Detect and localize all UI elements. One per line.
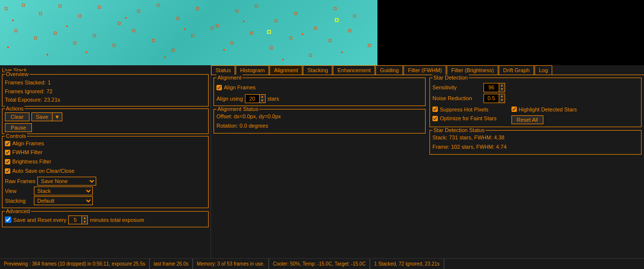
sensitivity-up-arrow[interactable]: ▲: [499, 83, 505, 87]
svg-rect-11: [216, 25, 218, 27]
fwhm-filter-checkbox[interactable]: [5, 150, 10, 155]
tab-status[interactable]: Status: [211, 65, 235, 75]
auto-save-checkbox-row: Auto Save on Clear/Close: [5, 166, 206, 176]
svg-rect-32: [270, 47, 272, 49]
reset-all-button[interactable]: Reset All: [511, 115, 543, 124]
pause-button-row: Pause: [5, 123, 206, 132]
align-using-value[interactable]: [245, 95, 259, 103]
save-reset-up-arrow[interactable]: ▲: [82, 216, 87, 220]
svg-rect-29: [211, 27, 214, 29]
optimize-faint-label: Optimize for Faint Stars: [440, 114, 497, 123]
svg-rect-21: [54, 32, 56, 34]
align-using-down-arrow[interactable]: ▼: [260, 99, 265, 103]
svg-rect-17: [334, 7, 336, 10]
svg-rect-9: [177, 17, 179, 20]
tab-filter-fwhm[interactable]: Filter (FWHM): [403, 65, 446, 75]
svg-rect-42: [125, 17, 127, 19]
svg-rect-19: [15, 29, 17, 32]
svg-rect-1: [22, 4, 25, 6]
total-exposure-row: Total Exposure: 23.21s: [5, 96, 206, 105]
top-right-panel: [377, 0, 644, 65]
noise-reduction-up-arrow[interactable]: ▲: [499, 94, 505, 98]
alignment-settings-section: Alignment Align Frames Align using ▲: [214, 78, 426, 106]
svg-rect-35: [329, 39, 331, 42]
preview-area: [0, 0, 377, 65]
brightness-filter-checkbox[interactable]: [5, 159, 10, 164]
svg-rect-14: [275, 20, 277, 22]
suppress-hot-pixels-label: Suppress Hot Pixels: [440, 105, 488, 114]
save-reset-row: Save and Reset every ▲ ▼ minutes total e…: [5, 215, 206, 225]
raw-frames-label: Raw Frames: [5, 178, 35, 184]
tab-drift-graph[interactable]: Drift Graph: [499, 65, 534, 75]
optimize-faint-checkbox[interactable]: [432, 116, 438, 121]
stack-label: Stack:: [432, 134, 448, 140]
alignment-align-frames-checkbox[interactable]: [216, 85, 222, 90]
auto-save-checkbox-label: Auto Save on Clear/Close: [12, 166, 75, 176]
svg-rect-16: [314, 27, 317, 29]
tab-enhancement[interactable]: Enhancement: [333, 65, 375, 75]
star-detection-status-title: Star Detection Status: [432, 127, 485, 133]
align-frames-checkbox-row: Align Frames: [5, 139, 206, 148]
save-button[interactable]: Save: [31, 112, 52, 121]
sensitivity-down-arrow[interactable]: ▼: [499, 87, 505, 91]
svg-rect-4: [79, 15, 81, 17]
clear-button[interactable]: Clear: [5, 112, 29, 121]
alignment-status-section: Alignment Status Offset: dx=0.0px, dy=0.…: [214, 109, 426, 133]
star-detection-column: Star Detection Sensitivity ▲ ▼: [429, 78, 642, 155]
tab-log[interactable]: Log: [535, 65, 552, 75]
svg-rect-33: [290, 37, 292, 39]
frames-stacked-label: Frames Stacked:: [5, 79, 46, 87]
sensitivity-arrows: ▲ ▼: [499, 83, 505, 92]
tab-filter-brightness[interactable]: Filter (Brightness): [447, 65, 498, 75]
sensitivity-spinbox: ▲ ▼: [483, 83, 505, 92]
highlight-detected-checkbox[interactable]: [511, 107, 517, 112]
overview-section: Overview Frames Stacked: 1 Frames Ignore…: [2, 74, 209, 107]
svg-rect-12: [236, 10, 238, 12]
total-exposure-value: 23.21s: [44, 96, 60, 105]
tab-histogram[interactable]: Histogram: [236, 65, 269, 75]
raw-frames-select[interactable]: Save None Save All Save Best: [37, 177, 96, 186]
status-segment-2: last frame 26.0s: [150, 259, 193, 269]
svg-rect-50: [223, 49, 225, 51]
status-segment-4: Cooler: 50%, Temp: -15.0C, Target: -15.0…: [269, 259, 370, 269]
tab-alignment[interactable]: Alignment: [269, 65, 302, 75]
view-select[interactable]: Stack Frame Dark: [34, 187, 93, 195]
svg-rect-51: [282, 59, 284, 60]
star-detection-left-checkboxes: Suppress Hot Pixels Optimize for Faint S…: [432, 105, 497, 125]
optimize-faint-row: Optimize for Faint Stars: [432, 114, 497, 123]
align-frames-checkbox[interactable]: [5, 141, 10, 146]
suppress-hot-pixels-checkbox[interactable]: [432, 107, 438, 112]
tab-stacking[interactable]: Stacking: [303, 65, 332, 75]
star-detection-status-section: Star Detection Status Stack: 731 stars, …: [429, 130, 642, 154]
noise-reduction-down-arrow[interactable]: ▼: [499, 98, 505, 102]
star-detection-section: Star Detection Sensitivity ▲ ▼: [429, 78, 642, 127]
advanced-label: Advanced: [5, 208, 31, 214]
left-panel: Live Stack Overview Frames Stacked: 1 Fr…: [0, 65, 211, 258]
alignment-status-rotation: Rotation: 0.0 degrees: [216, 121, 423, 131]
tab-guiding[interactable]: Guiding: [376, 65, 403, 75]
save-button-group: Save ▼: [31, 112, 62, 121]
save-dropdown-arrow[interactable]: ▼: [52, 112, 62, 121]
noise-reduction-row: Noise Reduction ▲ ▼: [432, 94, 639, 103]
sensitivity-value[interactable]: [484, 83, 499, 92]
brightness-filter-checkbox-label: Brightness Filter: [12, 157, 51, 166]
svg-rect-25: [133, 29, 135, 32]
frames-stacked-value: 1: [48, 79, 51, 87]
auto-save-checkbox[interactable]: [5, 168, 10, 174]
save-reset-value[interactable]: [69, 217, 81, 223]
tab-content-alignment: Alignment Align Frames Align using ▲: [211, 75, 644, 258]
save-reset-down-arrow[interactable]: ▼: [82, 220, 87, 224]
stacking-select[interactable]: Default Median Mean Maximum: [34, 196, 93, 205]
svg-rect-27: [172, 49, 174, 52]
svg-rect-31: [250, 32, 253, 34]
svg-rect-46: [7, 47, 9, 48]
svg-rect-34: [309, 54, 312, 56]
save-reset-suffix: minutes total exposure: [90, 217, 144, 223]
align-using-up-arrow[interactable]: ▲: [260, 95, 265, 99]
pause-button[interactable]: Pause: [5, 123, 32, 132]
frames-ignored-label: Frames Ignored:: [5, 87, 45, 96]
align-using-spinbox: ▲ ▼: [245, 94, 266, 104]
save-reset-checkbox[interactable]: [5, 216, 11, 223]
noise-reduction-value[interactable]: [484, 94, 499, 103]
suppress-hot-pixels-row: Suppress Hot Pixels: [432, 105, 497, 114]
